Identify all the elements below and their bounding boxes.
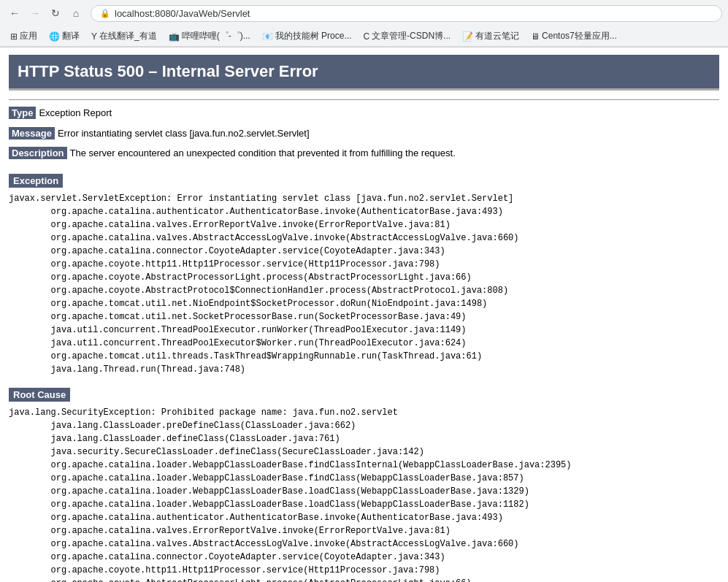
bookmark-icon-youdao-note: 📝 — [462, 31, 473, 42]
root-cause-section: Root Cause java.lang.SecurityException: … — [9, 380, 719, 583]
bookmark-youdao-note[interactable]: 📝有道云笔记 — [458, 28, 524, 44]
bookmark-outlook[interactable]: 📧我的技能树 Proce... — [258, 28, 356, 44]
bookmark-icon-csdn: C — [363, 31, 369, 42]
description-row: DescriptionThe server encountered an une… — [9, 146, 719, 161]
bookmark-label-apps: 应用 — [20, 30, 37, 42]
bookmark-label-outlook: 我的技能树 Proce... — [275, 30, 352, 42]
description-value: The server encountered an unexpected con… — [70, 148, 456, 158]
bookmark-label-bilibili: 哔哩哔哩(゜-゜)... — [182, 30, 250, 42]
page-content: HTTP Status 500 – Internal Server Error … — [0, 47, 728, 582]
address-bar[interactable]: 🔒 — [91, 5, 722, 22]
type-row: TypeException Report — [9, 106, 719, 120]
bookmark-translate[interactable]: 🌐翻译 — [45, 28, 84, 44]
bookmark-label-csdn: 文章管理-CSDN博... — [372, 30, 451, 42]
home-button[interactable]: ⌂ — [67, 4, 85, 22]
reload-button[interactable]: ↻ — [47, 4, 64, 22]
bookmark-label-centos: Centos7轻量应用... — [542, 30, 617, 42]
url-input[interactable] — [115, 8, 713, 19]
exception-trace: javax.servlet.ServletException: Error in… — [9, 192, 719, 376]
browser-toolbar: ← → ↻ ⌂ 🔒 — [0, 0, 728, 26]
root-cause-header: Root Cause — [9, 388, 70, 402]
bookmark-label-translate: 翻译 — [62, 30, 80, 42]
bookmark-youdao-translate[interactable]: Y在线翻译_有道 — [87, 28, 161, 44]
message-row: MessageError instantiating servlet class… — [9, 126, 719, 141]
bookmark-label-youdao-note: 有道云笔记 — [475, 30, 519, 42]
bookmark-centos[interactable]: 🖥Centos7轻量应用... — [526, 28, 621, 44]
message-value: Error instantiating servlet class [java.… — [58, 128, 310, 139]
type-value: Exception Report — [39, 107, 112, 118]
type-label: Type — [9, 107, 36, 119]
bookmark-icon-apps: ⊞ — [10, 31, 18, 42]
bookmark-label-youdao-translate: 在线翻译_有道 — [99, 30, 157, 42]
description-label: Description — [9, 147, 67, 159]
root-cause-trace: java.lang.SecurityException: Prohibited … — [9, 406, 719, 583]
exception-header: Exception — [9, 174, 63, 188]
bookmark-icon-translate: 🌐 — [49, 31, 60, 42]
lock-icon: 🔒 — [100, 9, 110, 18]
message-label: Message — [9, 127, 55, 139]
bookmark-icon-bilibili: 📺 — [169, 31, 180, 42]
http-status-heading: HTTP Status 500 – Internal Server Error — [9, 55, 719, 91]
nav-buttons: ← → ↻ ⌂ — [6, 4, 85, 22]
bookmarks-bar: ⊞应用🌐翻译Y在线翻译_有道📺哔哩哔哩(゜-゜)...📧我的技能树 Proce.… — [0, 26, 728, 47]
back-button[interactable]: ← — [6, 4, 23, 22]
bookmark-icon-centos: 🖥 — [531, 31, 540, 42]
browser-chrome: ← → ↻ ⌂ 🔒 ⊞应用🌐翻译Y在线翻译_有道📺哔哩哔哩(゜-゜)...📧我的… — [0, 0, 728, 47]
bookmark-icon-outlook: 📧 — [262, 31, 273, 42]
bookmark-csdn[interactable]: C文章管理-CSDN博... — [359, 28, 455, 44]
bookmark-bilibili[interactable]: 📺哔哩哔哩(゜-゜)... — [164, 28, 255, 44]
forward-button[interactable]: → — [26, 4, 44, 22]
divider-top — [9, 99, 719, 100]
bookmark-apps[interactable]: ⊞应用 — [6, 28, 42, 44]
exception-section: Exception javax.servlet.ServletException… — [9, 166, 719, 376]
bookmark-icon-youdao-translate: Y — [91, 31, 97, 42]
